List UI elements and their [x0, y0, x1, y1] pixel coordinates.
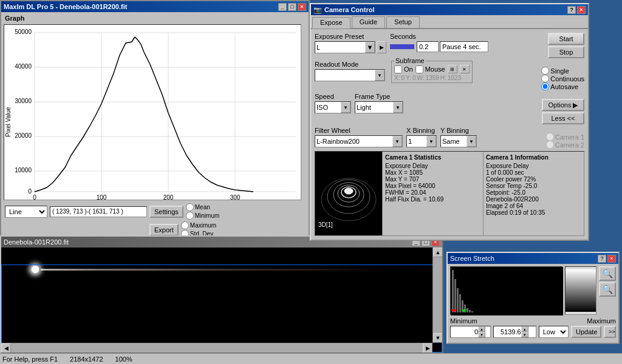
autosave-radio-row[interactable]: Autosave: [541, 83, 584, 90]
seconds-value[interactable]: 0.2: [417, 41, 439, 52]
mean-radio[interactable]: [186, 203, 194, 211]
mode-radios: Single Continuous Autosave: [541, 67, 584, 90]
max-up-arrow[interactable]: ▲: [521, 326, 528, 332]
scroll-left-btn[interactable]: ◀: [1, 343, 11, 353]
autosave-radio[interactable]: [541, 83, 549, 90]
tab-setup[interactable]: Setup: [386, 16, 420, 28]
camera-close-btn[interactable]: ×: [577, 6, 586, 14]
export-button[interactable]: Export: [149, 224, 179, 236]
mean-option[interactable]: Mean: [186, 203, 220, 211]
readout-mode-combo[interactable]: ▼: [315, 69, 385, 81]
h-scroll-track[interactable]: [11, 343, 423, 352]
x-label: X:: [394, 75, 400, 81]
zoom-out-btn[interactable]: 🔍: [599, 282, 616, 297]
maximum-option[interactable]: Maximum: [181, 221, 216, 229]
cam1-info-title: Camera 1 Information: [486, 154, 581, 161]
max-spin[interactable]: ▲ ▼: [493, 326, 536, 338]
continuous-radio-row[interactable]: Continuous: [541, 75, 584, 83]
camera-control-dialog: 📷 Camera Control ? × Expose Guide Setup …: [310, 3, 589, 241]
camera2-radio[interactable]: [546, 141, 554, 149]
scroll-right-btn[interactable]: ▶: [423, 343, 432, 353]
continuous-label: Continuous: [550, 75, 584, 83]
x-binning-combo[interactable]: 1 ▼: [406, 135, 437, 147]
y-axis-label: Pixel Value: [5, 107, 12, 137]
frame-type-label: Frame Type: [355, 93, 403, 100]
readout-mode-group: Readout Mode ▼: [315, 61, 385, 81]
scroll-up-btn[interactable]: ▲: [433, 248, 442, 257]
filter-wheel-combo[interactable]: L-Rainbow200 ▼: [315, 135, 403, 147]
stretch-help-btn[interactable]: ?: [598, 255, 606, 263]
min-input[interactable]: [451, 328, 478, 335]
info-setpoint: Setpoint: -25.0: [486, 189, 581, 196]
minimum-option[interactable]: Minimum: [186, 212, 220, 220]
stretch-dropdown[interactable]: Low: [539, 326, 569, 338]
y-bin-arrow[interactable]: ▼: [466, 136, 476, 147]
hist-bar-4: [459, 294, 461, 312]
v-scrollbar[interactable]: ▲ ▼: [432, 248, 442, 343]
min-max-labels: Minimum Maximum: [450, 317, 616, 325]
exposure-preset-label: Exposure Preset: [315, 33, 386, 40]
y-binning-group: Y Binning Same ▼: [440, 127, 477, 147]
half-flux-stat: Half Flux Dia. = 10.69: [385, 196, 480, 203]
autosave-label: Autosave: [550, 83, 578, 90]
frame-type-arrow[interactable]: ▼: [393, 102, 403, 113]
tab-guide[interactable]: Guide: [352, 16, 385, 28]
speed-arrow[interactable]: ▼: [341, 102, 350, 113]
stop-button[interactable]: Stop: [548, 46, 584, 58]
maxim-close-btn[interactable]: ×: [298, 3, 306, 11]
minimum-radio[interactable]: [186, 212, 194, 220]
single-radio[interactable]: [541, 67, 549, 75]
start-button[interactable]: Start: [548, 33, 584, 45]
stretch-more-btn[interactable]: >>: [604, 326, 616, 338]
subframe-on-check[interactable]: [394, 66, 402, 73]
hist-bar-9: [471, 311, 473, 312]
seconds-slider[interactable]: [390, 44, 414, 49]
scroll-down-btn[interactable]: ▼: [433, 333, 442, 343]
update-button[interactable]: Update: [571, 326, 601, 338]
exposure-preset-combo[interactable]: L ▼: [315, 41, 375, 53]
v-scroll-track[interactable]: [433, 257, 442, 333]
max-input[interactable]: [494, 328, 521, 335]
y-label-50000: 50000: [15, 29, 32, 35]
subframe-mouse-check[interactable]: [415, 66, 423, 73]
camera1-radio-row[interactable]: Camera 1: [546, 133, 584, 141]
x-label-300: 300: [230, 194, 241, 201]
line-type-select[interactable]: Line: [5, 206, 47, 218]
camera-help-btn[interactable]: ?: [567, 6, 576, 14]
frame-type-combo[interactable]: Light ▼: [355, 101, 403, 113]
stretch-close-btn[interactable]: ×: [607, 255, 616, 263]
min-spin[interactable]: ▲ ▼: [450, 326, 491, 338]
min-down-arrow[interactable]: ▼: [478, 332, 485, 337]
min-up-arrow[interactable]: ▲: [478, 326, 485, 332]
subframe-group: Subframe On Mouse ⊞ ✕: [391, 61, 473, 83]
zoom-in-btn[interactable]: 🔍: [599, 266, 616, 281]
continuous-radio[interactable]: [541, 75, 549, 83]
max-y-stat: Max Y = 707: [385, 176, 480, 183]
max-spin-arrows: ▲ ▼: [521, 326, 528, 337]
maximum-radio[interactable]: [181, 221, 189, 229]
options-button[interactable]: Options ▶: [542, 99, 584, 111]
y-binning-combo[interactable]: Same ▼: [440, 135, 477, 147]
tab-expose[interactable]: Expose: [312, 17, 350, 29]
info-elapsed: Elapsed 0:19 of 10:35: [486, 209, 581, 216]
maxim-maximize-btn[interactable]: □: [288, 3, 296, 11]
maxim-minimize-btn[interactable]: _: [278, 3, 287, 11]
camera2-radio-row[interactable]: Camera 2: [546, 141, 584, 149]
less-button[interactable]: Less <<: [542, 112, 584, 124]
x-bin-arrow[interactable]: ▼: [426, 136, 436, 147]
readout-mode-arrow[interactable]: ▼: [375, 70, 384, 81]
subframe-collapse-btn[interactable]: ✕: [460, 65, 470, 73]
speed-combo[interactable]: ISO ▼: [315, 101, 351, 113]
filter-wheel-arrow[interactable]: ▼: [392, 136, 402, 147]
camera1-radio[interactable]: [546, 133, 554, 141]
max-label: Maximum: [587, 317, 616, 325]
subframe-expand-btn[interactable]: ⊞: [448, 65, 457, 73]
camera-info-text: Camera 1 Information Exposure Delay 1 of…: [483, 152, 584, 235]
exposure-preset-next-btn[interactable]: ▶: [377, 41, 386, 53]
single-radio-row[interactable]: Single: [541, 67, 584, 75]
min-max-row: ▲ ▼ ▲ ▼ Low Update >>: [450, 326, 616, 338]
settings-button[interactable]: Settings: [149, 206, 183, 218]
max-down-arrow[interactable]: ▼: [521, 332, 528, 337]
h-scrollbar[interactable]: ◀ ▶: [1, 343, 432, 352]
filter-wheel-label: Filter Wheel: [315, 127, 403, 134]
